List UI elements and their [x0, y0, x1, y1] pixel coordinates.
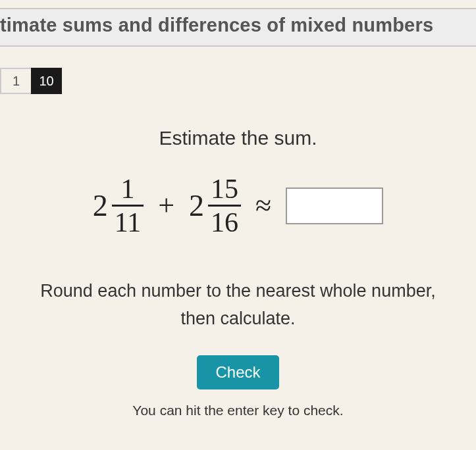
term-2-numerator: 15 [208, 174, 241, 205]
term-1-fraction: 1 11 [112, 174, 144, 237]
answer-input[interactable] [286, 188, 383, 224]
term-2-whole: 2 [189, 188, 204, 223]
term-1: 2 1 11 [93, 174, 144, 237]
progress-current: 1 [0, 68, 31, 94]
progress-indicator: 1 10 [0, 68, 476, 94]
check-button[interactable]: Check [197, 355, 278, 389]
term-1-denominator: 11 [112, 205, 144, 237]
progress-total: 10 [31, 68, 62, 94]
equation: 2 1 11 + 2 15 16 ≈ [0, 174, 476, 237]
enter-hint: You can hit the enter key to check. [0, 403, 476, 418]
plus-sign: + [158, 189, 174, 222]
term-2-denominator: 16 [208, 205, 241, 237]
approx-sign: ≈ [255, 189, 271, 222]
instruction-line-1: Round each number to the nearest whole n… [40, 281, 435, 301]
header-title: timate sums and differences of mixed num… [0, 14, 433, 36]
term-1-numerator: 1 [119, 174, 138, 205]
question-content: Estimate the sum. 2 1 11 + 2 15 16 ≈ Rou… [0, 127, 476, 418]
term-2: 2 15 16 [189, 174, 241, 237]
question-prompt: Estimate the sum. [0, 127, 476, 149]
page-header: timate sums and differences of mixed num… [0, 8, 476, 47]
instruction-line-2: then calculate. [180, 309, 295, 328]
term-1-whole: 2 [93, 188, 108, 223]
term-2-fraction: 15 16 [208, 174, 241, 237]
instruction-text: Round each number to the nearest whole n… [0, 278, 476, 333]
